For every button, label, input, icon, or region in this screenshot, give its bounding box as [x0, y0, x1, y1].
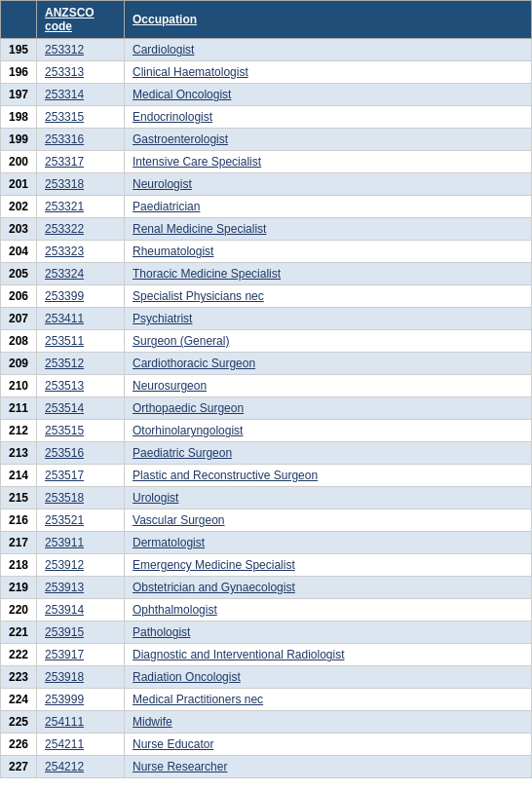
occupation-name[interactable]: Ophthalmologist: [125, 599, 532, 622]
row-number: 207: [1, 308, 37, 330]
anzsco-code[interactable]: 253913: [37, 577, 125, 599]
anzsco-code[interactable]: 254212: [37, 756, 125, 778]
occupation-name[interactable]: Paediatrician: [125, 196, 532, 218]
table-header-row: ANZSCO code Occupation: [1, 1, 532, 39]
occupation-name[interactable]: Rheumatologist: [125, 241, 532, 263]
row-number: 202: [1, 196, 37, 218]
occupation-name[interactable]: Obstetrician and Gynaecologist: [125, 577, 532, 599]
occupation-name[interactable]: Renal Medicine Specialist: [125, 218, 532, 241]
occupation-name[interactable]: Medical Practitioners nec: [125, 689, 532, 711]
occupation-name[interactable]: Neurologist: [125, 173, 532, 196]
header-num: [1, 1, 37, 39]
anzsco-code[interactable]: 253318: [37, 173, 125, 196]
occupation-name[interactable]: Paediatric Surgeon: [125, 442, 532, 465]
anzsco-code[interactable]: 253321: [37, 196, 125, 218]
occupation-name[interactable]: Vascular Surgeon: [125, 509, 532, 532]
anzsco-code[interactable]: 253518: [37, 487, 125, 509]
table-row: 219253913Obstetrician and Gynaecologist: [1, 577, 532, 599]
occupation-name[interactable]: Endocrinologist: [125, 106, 532, 129]
occupation-name[interactable]: Nurse Researcher: [125, 756, 532, 778]
occupation-name[interactable]: Plastic and Reconstructive Surgeon: [125, 465, 532, 487]
anzsco-code[interactable]: 253512: [37, 353, 125, 375]
anzsco-code[interactable]: 253324: [37, 263, 125, 285]
occupation-name[interactable]: Diagnostic and Interventional Radiologis…: [125, 644, 532, 666]
table-row: 220253914Ophthalmologist: [1, 599, 532, 622]
anzsco-code[interactable]: 254111: [37, 711, 125, 734]
anzsco-code[interactable]: 253316: [37, 129, 125, 151]
occupation-name[interactable]: Pathologist: [125, 622, 532, 644]
table-row: 223253918Radiation Oncologist: [1, 666, 532, 689]
table-row: 196253313Clinical Haematologist: [1, 61, 532, 84]
anzsco-code[interactable]: 253917: [37, 644, 125, 666]
occupation-name[interactable]: Clinical Haematologist: [125, 61, 532, 84]
table-row: 200253317Intensive Care Specialist: [1, 151, 532, 173]
occupation-name[interactable]: Cardiothoracic Surgeon: [125, 353, 532, 375]
occupation-name[interactable]: Thoracic Medicine Specialist: [125, 263, 532, 285]
anzsco-code[interactable]: 253914: [37, 599, 125, 622]
row-number: 221: [1, 622, 37, 644]
table-row: 217253911Dermatologist: [1, 532, 532, 554]
table-row: 210253513Neurosurgeon: [1, 375, 532, 397]
row-number: 227: [1, 756, 37, 778]
row-number: 223: [1, 666, 37, 689]
anzsco-code[interactable]: 253912: [37, 554, 125, 577]
table-row: 213253516Paediatric Surgeon: [1, 442, 532, 465]
row-number: 209: [1, 353, 37, 375]
anzsco-code[interactable]: 253513: [37, 375, 125, 397]
occupation-name[interactable]: Specialist Physicians nec: [125, 285, 532, 308]
table-row: 214253517Plastic and Reconstructive Surg…: [1, 465, 532, 487]
table-row: 215253518Urologist: [1, 487, 532, 509]
anzsco-code[interactable]: 253918: [37, 666, 125, 689]
occupation-name[interactable]: Emergency Medicine Specialist: [125, 554, 532, 577]
occupation-name[interactable]: Surgeon (General): [125, 330, 532, 353]
occupation-name[interactable]: Intensive Care Specialist: [125, 151, 532, 173]
row-number: 200: [1, 151, 37, 173]
table-row: 212253515Otorhinolaryngologist: [1, 420, 532, 442]
occupation-name[interactable]: Orthopaedic Surgeon: [125, 397, 532, 420]
occupation-name[interactable]: Midwife: [125, 711, 532, 734]
occupation-name[interactable]: Nurse Educator: [125, 734, 532, 756]
occupation-name[interactable]: Medical Oncologist: [125, 84, 532, 106]
occupation-name[interactable]: Otorhinolaryngologist: [125, 420, 532, 442]
occupation-name[interactable]: Cardiologist: [125, 39, 532, 61]
anzsco-code[interactable]: 253515: [37, 420, 125, 442]
anzsco-code[interactable]: 253514: [37, 397, 125, 420]
occupation-name[interactable]: Psychiatrist: [125, 308, 532, 330]
anzsco-code[interactable]: 253323: [37, 241, 125, 263]
row-number: 218: [1, 554, 37, 577]
row-number: 225: [1, 711, 37, 734]
table-row: 224253999Medical Practitioners nec: [1, 689, 532, 711]
anzsco-code[interactable]: 253322: [37, 218, 125, 241]
anzsco-code[interactable]: 253915: [37, 622, 125, 644]
row-number: 197: [1, 84, 37, 106]
anzsco-code[interactable]: 253411: [37, 308, 125, 330]
table-row: 205253324Thoracic Medicine Specialist: [1, 263, 532, 285]
anzsco-code[interactable]: 253521: [37, 509, 125, 532]
anzsco-code[interactable]: 253315: [37, 106, 125, 129]
anzsco-code[interactable]: 253911: [37, 532, 125, 554]
anzsco-code[interactable]: 253999: [37, 689, 125, 711]
anzsco-code[interactable]: 253313: [37, 61, 125, 84]
row-number: 222: [1, 644, 37, 666]
occupation-name[interactable]: Neurosurgeon: [125, 375, 532, 397]
table-row: 207253411Psychiatrist: [1, 308, 532, 330]
anzsco-code[interactable]: 254211: [37, 734, 125, 756]
row-number: 198: [1, 106, 37, 129]
anzsco-code[interactable]: 253516: [37, 442, 125, 465]
table-row: 206253399Specialist Physicians nec: [1, 285, 532, 308]
anzsco-code[interactable]: 253317: [37, 151, 125, 173]
occupation-name[interactable]: Dermatologist: [125, 532, 532, 554]
anzsco-code[interactable]: 253399: [37, 285, 125, 308]
anzsco-code[interactable]: 253517: [37, 465, 125, 487]
row-number: 226: [1, 734, 37, 756]
occupation-name[interactable]: Gastroenterologist: [125, 129, 532, 151]
anzsco-code[interactable]: 253314: [37, 84, 125, 106]
row-number: 214: [1, 465, 37, 487]
anzsco-code[interactable]: 253511: [37, 330, 125, 353]
row-number: 211: [1, 397, 37, 420]
row-number: 213: [1, 442, 37, 465]
occupation-name[interactable]: Radiation Oncologist: [125, 666, 532, 689]
occupation-name[interactable]: Urologist: [125, 487, 532, 509]
anzsco-code[interactable]: 253312: [37, 39, 125, 61]
row-number: 199: [1, 129, 37, 151]
